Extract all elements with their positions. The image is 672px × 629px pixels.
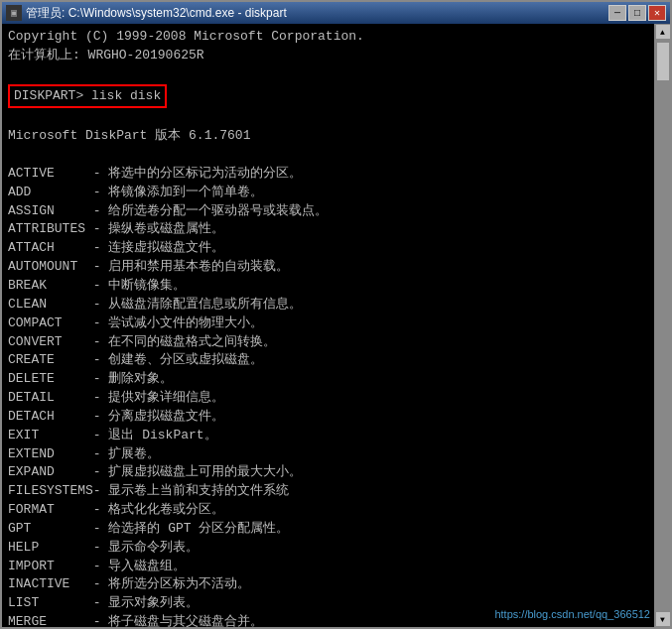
console-line-format: FORMAT - 格式化化卷或分区。	[8, 501, 648, 520]
close-button[interactable]: ✕	[648, 5, 666, 21]
watermark: https://blog.csdn.net/qq_366512	[494, 607, 650, 623]
console-line-attach: ATTACH - 连接虚拟磁盘文件。	[8, 239, 648, 258]
titlebar-left: ▣ 管理员: C:\Windows\system32\cmd.exe - dis…	[6, 5, 287, 22]
titlebar: ▣ 管理员: C:\Windows\system32\cmd.exe - dis…	[2, 2, 670, 24]
console-line-filesystems: FILESYSTEMS- 显示卷上当前和支持的文件系统	[8, 482, 648, 501]
scrollbar-thumb[interactable]	[656, 42, 670, 81]
console-line-empty3	[8, 146, 648, 165]
console-line-detail: DETAIL - 提供对象详细信息。	[8, 389, 648, 408]
console-line-gpt: GPT - 给选择的 GPT 分区分配属性。	[8, 520, 648, 539]
console-line-extend: EXTEND - 扩展卷。	[8, 445, 648, 464]
scroll-up-button[interactable]: ▲	[655, 24, 671, 40]
console-line-inactive: INACTIVE - 将所选分区标为不活动。	[8, 575, 648, 594]
console-line-delete: DELETE - 删除对象。	[8, 370, 648, 389]
scrollbar[interactable]: ▲ ▼	[654, 24, 670, 627]
console-line-attributes: ATTRIBUTES - 操纵卷或磁盘属性。	[8, 220, 648, 239]
console-line-create: CREATE - 创建卷、分区或虚拟磁盘。	[8, 351, 648, 370]
scrollbar-track[interactable]	[655, 40, 670, 611]
console-area: Copyright (C) 1999-2008 Microsoft Corpor…	[2, 24, 670, 627]
window-icon: ▣	[6, 5, 22, 21]
titlebar-buttons: ─ □ ✕	[608, 5, 666, 21]
console-line-copyright: Copyright (C) 1999-2008 Microsoft Corpor…	[8, 28, 648, 47]
maximize-button[interactable]: □	[628, 5, 646, 21]
console-line-command: DISKPART> lisk disk	[8, 84, 648, 109]
console-line-expand: EXPAND - 扩展虚拟磁盘上可用的最大大小。	[8, 463, 648, 482]
console-line-exit: EXIT - 退出 DiskPart。	[8, 427, 648, 445]
console-line-add: ADD - 将镜像添加到一个简单卷。	[8, 184, 648, 202]
console-line-version: Microsoft DiskPart 版本 6.1.7601	[8, 127, 648, 146]
console-line-active: ACTIVE - 将选中的分区标记为活动的分区。	[8, 165, 648, 184]
command-highlight: DISKPART> lisk disk	[8, 84, 167, 109]
console-line-help: HELP - 显示命令列表。	[8, 539, 648, 558]
console-content[interactable]: Copyright (C) 1999-2008 Microsoft Corpor…	[2, 24, 654, 627]
console-line-import: IMPORT - 导入磁盘组。	[8, 558, 648, 576]
console-line-detach: DETACH - 分离虚拟磁盘文件。	[8, 408, 648, 427]
scroll-down-button[interactable]: ▼	[655, 611, 671, 627]
console-line-machine: 在计算机上: WRGHO-20190625R	[8, 47, 648, 65]
console-line-assign: ASSIGN - 给所选卷分配一个驱动器号或装载点。	[8, 202, 648, 221]
minimize-button[interactable]: ─	[608, 5, 626, 21]
console-line-empty1	[8, 65, 648, 84]
cmd-window: ▣ 管理员: C:\Windows\system32\cmd.exe - dis…	[0, 0, 672, 629]
console-line-break: BREAK - 中断镜像集。	[8, 277, 648, 296]
titlebar-title: 管理员: C:\Windows\system32\cmd.exe - diskp…	[26, 5, 287, 22]
console-line-clean: CLEAN - 从磁盘清除配置信息或所有信息。	[8, 296, 648, 314]
console-line-automount: AUTOMOUNT - 启用和禁用基本卷的自动装载。	[8, 258, 648, 277]
console-line-compact: COMPACT - 尝试减小文件的物理大小。	[8, 314, 648, 333]
console-line-convert: CONVERT - 在不同的磁盘格式之间转换。	[8, 333, 648, 352]
console-line-empty2	[8, 108, 648, 127]
